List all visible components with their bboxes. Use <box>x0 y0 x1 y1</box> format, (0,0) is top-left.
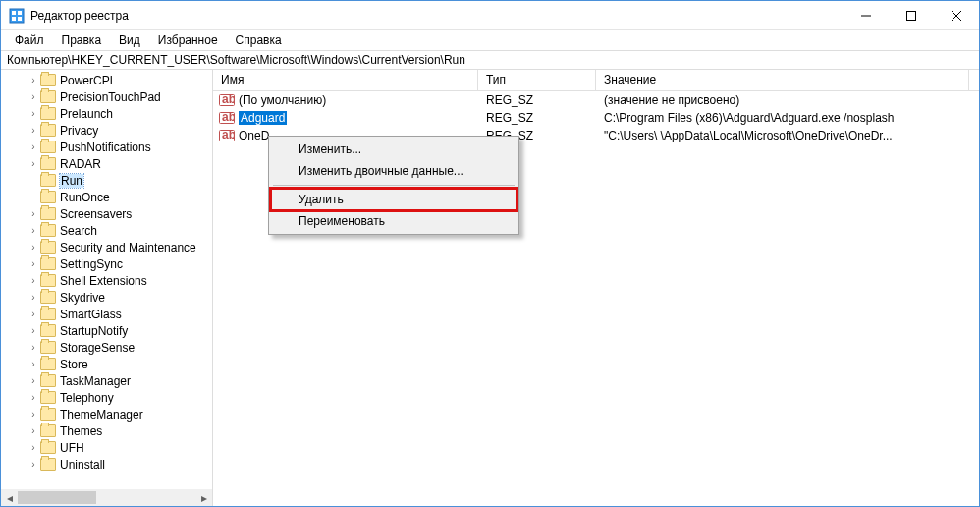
tree-node[interactable]: ›Themes <box>1 422 212 439</box>
tree-node-label: PowerCPL <box>60 74 116 87</box>
title-bar[interactable]: Редактор реестра <box>1 1 979 30</box>
tree-node-label: Security and Maintenance <box>60 241 196 254</box>
tree-node[interactable]: ›ThemeManager <box>1 406 212 422</box>
tree-node[interactable]: ›Privacy <box>1 122 212 139</box>
tree-node[interactable]: ›Security and Maintenance <box>1 239 212 255</box>
expand-icon[interactable]: › <box>27 274 40 288</box>
folder-icon <box>40 358 56 370</box>
expand-icon[interactable]: › <box>27 424 40 438</box>
expand-icon[interactable]: › <box>27 157 40 171</box>
tree-node[interactable]: ›PushNotifications <box>1 139 212 155</box>
expand-icon[interactable]: › <box>27 408 40 422</box>
tree-node-label: Uninstall <box>60 458 105 472</box>
tree-node-label: SmartGlass <box>60 308 122 321</box>
expand-icon[interactable]: › <box>27 291 40 305</box>
tree-node[interactable]: ›StartupNotify <box>1 322 212 339</box>
folder-icon <box>40 408 56 421</box>
address-bar[interactable]: Компьютер\HKEY_CURRENT_USER\Software\Mic… <box>1 50 979 70</box>
folder-icon <box>40 341 56 354</box>
tree-node-label: Themes <box>60 424 102 438</box>
expand-icon[interactable]: › <box>27 107 40 121</box>
menu-help[interactable]: Справка <box>228 32 290 48</box>
tree-node[interactable]: ›StorageSense <box>1 339 212 356</box>
expand-icon[interactable]: › <box>27 257 40 271</box>
tree-node[interactable]: ›Telephony <box>1 389 212 406</box>
tree-node[interactable]: ›RADAR <box>1 155 212 172</box>
tree-node[interactable]: ›UFH <box>1 439 212 456</box>
work-area: ›PowerCPL›PrecisionTouchPad›Prelaunch›Pr… <box>1 70 979 506</box>
close-button[interactable] <box>934 1 979 30</box>
column-header-value[interactable]: Значение <box>596 70 969 90</box>
folder-icon <box>40 224 56 237</box>
tree-node[interactable]: ›Shell Extensions <box>1 272 212 289</box>
context-menu-modify-binary[interactable]: Изменить двоичные данные... <box>271 160 517 182</box>
tree-node[interactable]: ›PrecisionTouchPad <box>1 88 212 105</box>
expand-icon[interactable]: › <box>27 441 40 455</box>
registry-tree[interactable]: ›PowerCPL›PrecisionTouchPad›Prelaunch›Pr… <box>1 70 212 489</box>
tree-node[interactable]: ›TaskManager <box>1 372 212 389</box>
tree-node[interactable]: ›Store <box>1 356 212 372</box>
tree-node-label: PushNotifications <box>60 141 151 154</box>
expand-icon[interactable]: › <box>27 207 40 221</box>
folder-icon <box>40 207 56 220</box>
string-value-icon: ab <box>219 92 235 108</box>
scroll-right-button[interactable]: ▸ <box>195 489 212 506</box>
tree-node[interactable]: RunOnce <box>1 189 212 205</box>
tree-node[interactable]: ›SmartGlass <box>1 306 212 322</box>
context-menu-modify[interactable]: Изменить... <box>271 139 517 160</box>
menu-favorites[interactable]: Избранное <box>150 32 226 48</box>
value-row[interactable]: ab(По умолчанию)REG_SZ(значение не присв… <box>213 91 979 109</box>
context-menu-delete[interactable]: Удалить <box>271 189 517 210</box>
svg-text:ab: ab <box>222 128 235 141</box>
tree-node[interactable]: ›SettingSync <box>1 255 212 272</box>
context-menu-rename[interactable]: Переименовать <box>271 210 517 232</box>
menu-edit[interactable]: Правка <box>54 32 110 48</box>
tree-horizontal-scrollbar[interactable]: ◂ ▸ <box>1 489 212 506</box>
tree-node[interactable]: ›Prelaunch <box>1 105 212 122</box>
expand-icon[interactable]: › <box>27 141 40 154</box>
minimize-button[interactable] <box>844 1 889 30</box>
column-header-type[interactable]: Тип <box>478 70 596 90</box>
tree-node[interactable]: ›Search <box>1 222 212 239</box>
maximize-button[interactable] <box>889 1 934 30</box>
scroll-track[interactable] <box>18 489 195 506</box>
expand-icon[interactable]: › <box>27 358 40 371</box>
expand-icon[interactable]: › <box>27 341 40 355</box>
string-value-icon: ab <box>219 110 235 126</box>
expand-icon[interactable]: › <box>27 308 40 321</box>
expand-icon[interactable]: › <box>27 74 40 87</box>
value-name: (По умолчанию) <box>239 93 326 107</box>
folder-icon <box>40 157 56 170</box>
expand-icon[interactable]: › <box>27 374 40 388</box>
tree-node[interactable]: ›PowerCPL <box>1 72 212 88</box>
folder-icon <box>40 141 56 153</box>
folder-icon <box>40 90 56 103</box>
expand-icon[interactable]: › <box>27 324 40 338</box>
folder-icon <box>40 324 56 337</box>
scroll-thumb[interactable] <box>18 491 96 504</box>
menu-file[interactable]: Файл <box>7 32 52 48</box>
tree-node-label: ThemeManager <box>60 408 143 422</box>
expand-icon[interactable]: › <box>27 241 40 254</box>
tree-node-label: PrecisionTouchPad <box>60 90 161 104</box>
column-header-name[interactable]: Имя <box>213 70 478 90</box>
tree-node[interactable]: Run <box>1 172 212 189</box>
expand-icon[interactable]: › <box>27 391 40 405</box>
menu-view[interactable]: Вид <box>111 32 148 48</box>
value-name: Adguard <box>239 111 287 125</box>
expand-icon[interactable]: › <box>27 90 40 104</box>
expand-icon[interactable]: › <box>27 124 40 138</box>
expand-icon[interactable]: › <box>27 224 40 238</box>
folder-icon <box>40 124 56 137</box>
tree-node[interactable]: ›Screensavers <box>1 205 212 222</box>
tree-node-label: UFH <box>60 441 84 455</box>
expand-icon[interactable]: › <box>27 458 40 472</box>
no-expand-icon <box>27 174 40 188</box>
tree-node[interactable]: ›Uninstall <box>1 456 212 473</box>
value-row[interactable]: abAdguardREG_SZC:\Program Files (x86)\Ad… <box>213 109 979 127</box>
tree-pane: ›PowerCPL›PrecisionTouchPad›Prelaunch›Pr… <box>1 70 213 506</box>
context-menu: Изменить... Изменить двоичные данные... … <box>268 136 519 235</box>
values-list[interactable]: ab(По умолчанию)REG_SZ(значение не присв… <box>213 91 979 506</box>
scroll-left-button[interactable]: ◂ <box>1 489 18 506</box>
tree-node[interactable]: ›Skydrive <box>1 289 212 306</box>
